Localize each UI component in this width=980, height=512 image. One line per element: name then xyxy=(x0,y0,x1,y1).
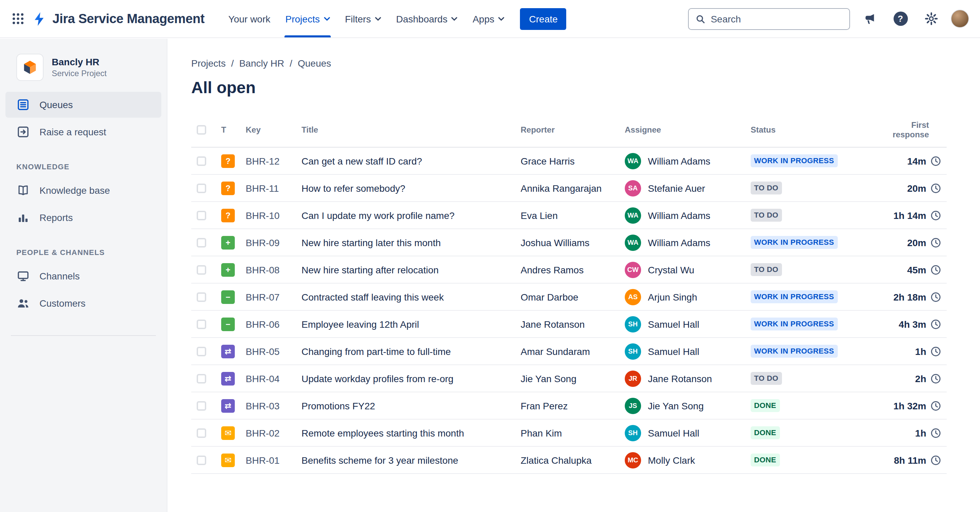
nav-filters[interactable]: Filters xyxy=(337,0,388,37)
row-checkbox[interactable] xyxy=(197,156,206,166)
status-badge[interactable]: WORK IN PROGRESS xyxy=(751,291,837,303)
page-title: All open xyxy=(191,78,980,97)
sidebar-item-channels[interactable]: Channels xyxy=(5,263,161,289)
nav-apps[interactable]: Apps xyxy=(465,0,512,37)
row-checkbox[interactable] xyxy=(197,265,206,274)
customers-icon xyxy=(16,296,30,310)
issue-title-link[interactable]: Contracted staff leaving this week xyxy=(301,292,444,302)
queue-row[interactable]: + BHR-08 New hire starting after relocat… xyxy=(191,256,947,283)
nav-dashboards[interactable]: Dashboards xyxy=(388,0,465,37)
megaphone-icon xyxy=(863,12,877,25)
search-input[interactable] xyxy=(711,13,843,24)
main-content: Projects / Bancly HR / Queues All open T… xyxy=(168,39,980,512)
queue-row[interactable]: ✉ BHR-02 Remote employees starting this … xyxy=(191,419,947,446)
status-badge[interactable]: TO DO xyxy=(751,372,782,385)
issue-title-link[interactable]: Employee leaving 12th April xyxy=(301,319,419,330)
row-checkbox[interactable] xyxy=(197,455,206,465)
queue-row[interactable]: ? BHR-12 Can get a new staff ID card? Gr… xyxy=(191,147,947,174)
queue-row[interactable]: ⇄ BHR-04 Update workday profiles from re… xyxy=(191,365,947,392)
status-badge[interactable]: TO DO xyxy=(751,209,782,221)
status-badge[interactable]: DONE xyxy=(751,454,780,466)
queue-row[interactable]: ✉ BHR-01 Benefits scheme for 3 year mile… xyxy=(191,446,947,474)
request-type-icon: − xyxy=(221,290,235,304)
first-response-time: 2h xyxy=(915,373,926,384)
knowledge-base-icon xyxy=(16,184,30,197)
issue-title-link[interactable]: How to refer somebody? xyxy=(301,182,405,193)
row-checkbox[interactable] xyxy=(197,211,206,220)
nav-label: Your work xyxy=(228,13,270,24)
create-button[interactable]: Create xyxy=(520,8,566,30)
column-header-title: Title xyxy=(296,120,515,147)
row-checkbox[interactable] xyxy=(197,292,206,301)
sidebar-item-customers[interactable]: Customers xyxy=(5,290,161,316)
breadcrumb-project[interactable]: Bancly HR xyxy=(239,58,284,69)
issue-title-link[interactable]: Changing from part-time to full-time xyxy=(301,346,451,357)
reporter-name: Amar Sundaram xyxy=(520,346,590,357)
assignee-name: Samuel Hall xyxy=(648,346,699,357)
first-response-time: 20m xyxy=(907,182,926,193)
row-checkbox[interactable] xyxy=(197,183,206,193)
issue-title-link[interactable]: Can I update my work profile name? xyxy=(301,210,455,220)
status-badge[interactable]: WORK IN PROGRESS xyxy=(751,236,837,249)
assignee-avatar: JS xyxy=(625,398,641,414)
request-type-icon: ⇄ xyxy=(221,344,235,358)
reporter-name: Eva Lien xyxy=(520,210,558,220)
sidebar-item-knowledge-base[interactable]: Knowledge base xyxy=(5,178,161,203)
breadcrumb-projects[interactable]: Projects xyxy=(191,58,226,69)
nav-projects[interactable]: Projects xyxy=(278,0,337,37)
queue-row[interactable]: ? BHR-10 Can I update my work profile na… xyxy=(191,201,947,229)
queue-row[interactable]: ? BHR-11 How to refer somebody? Annika R… xyxy=(191,174,947,201)
row-checkbox[interactable] xyxy=(197,319,206,329)
issue-title-link[interactable]: Can get a new staff ID card? xyxy=(301,155,422,166)
help-button[interactable]: ? xyxy=(889,8,911,30)
top-navigation-bar: Jira Service Management Your work Projec… xyxy=(0,0,980,38)
settings-button[interactable] xyxy=(920,8,942,30)
issue-title-link[interactable]: Remote employees starting this month xyxy=(301,427,464,438)
issue-title-link[interactable]: New hire starting after relocation xyxy=(301,264,439,275)
status-badge[interactable]: TO DO xyxy=(751,182,782,194)
assignee-avatar: WA xyxy=(625,207,641,224)
queue-row[interactable]: ⇄ BHR-03 Promotions FY22 Fran Perez JS J… xyxy=(191,392,947,419)
status-badge[interactable]: WORK IN PROGRESS xyxy=(751,345,837,357)
nav-your-work[interactable]: Your work xyxy=(221,0,278,37)
request-type-icon: ⇄ xyxy=(221,372,235,385)
brand-home-link[interactable]: Jira Service Management xyxy=(31,0,205,37)
row-checkbox[interactable] xyxy=(197,401,206,411)
first-response-time: 1h xyxy=(915,346,926,357)
row-checkbox[interactable] xyxy=(197,238,206,247)
sidebar-item-raise-request[interactable]: Raise a request xyxy=(5,119,161,145)
queue-row[interactable]: − BHR-06 Employee leaving 12th April Jan… xyxy=(191,311,947,338)
assignee-avatar: CW xyxy=(625,262,641,278)
row-checkbox[interactable] xyxy=(197,428,206,437)
breadcrumb-queues[interactable]: Queues xyxy=(298,58,331,69)
sidebar-item-queues[interactable]: Queues xyxy=(5,92,161,117)
status-badge[interactable]: TO DO xyxy=(751,263,782,276)
issue-title-link[interactable]: New hire starting later this month xyxy=(301,237,441,248)
issue-title-link[interactable]: Promotions FY22 xyxy=(301,400,375,411)
queue-row[interactable]: − BHR-07 Contracted staff leaving this w… xyxy=(191,283,947,311)
issue-title-link[interactable]: Benefits scheme for 3 year milestone xyxy=(301,455,458,465)
app-switcher-button[interactable] xyxy=(7,8,29,30)
status-badge[interactable]: DONE xyxy=(751,426,780,439)
row-checkbox[interactable] xyxy=(197,374,206,383)
queue-row[interactable]: ⇄ BHR-05 Changing from part-time to full… xyxy=(191,338,947,365)
jira-service-management-app: Jira Service Management Your work Projec… xyxy=(0,0,980,512)
search-box[interactable] xyxy=(688,8,850,30)
announcements-button[interactable] xyxy=(859,8,881,30)
app-name: Jira Service Management xyxy=(52,11,205,26)
project-sidebar: Bancly HR Service Project Queues xyxy=(0,39,167,512)
status-badge[interactable]: WORK IN PROGRESS xyxy=(751,318,837,330)
column-header-status: Status xyxy=(745,120,868,147)
breadcrumb: Projects / Bancly HR / Queues xyxy=(191,58,980,69)
status-badge[interactable]: DONE xyxy=(751,399,780,412)
sidebar-item-reports[interactable]: Reports xyxy=(5,204,161,230)
queue-row[interactable]: + BHR-09 New hire starting later this mo… xyxy=(191,229,947,256)
issue-title-link[interactable]: Update workday profiles from re-org xyxy=(301,373,453,384)
sidebar-item-label: Customers xyxy=(40,298,86,309)
select-all-checkbox[interactable] xyxy=(197,125,206,135)
user-avatar[interactable] xyxy=(951,10,969,28)
sidebar-section-knowledge: KNOWLEDGE Knowledge base xyxy=(5,163,161,230)
status-badge[interactable]: WORK IN PROGRESS xyxy=(751,155,837,167)
assignee-avatar: WA xyxy=(625,234,641,250)
row-checkbox[interactable] xyxy=(197,346,206,356)
